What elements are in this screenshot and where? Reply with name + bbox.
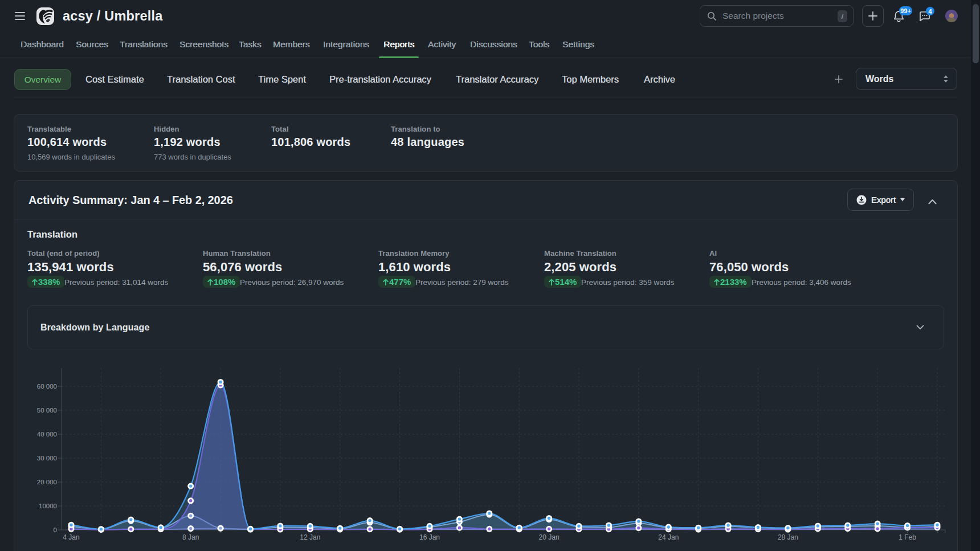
svg-text:60 000: 60 000: [37, 383, 57, 390]
svg-text:1 Feb: 1 Feb: [899, 533, 916, 541]
svg-text:24 Jan: 24 Jan: [658, 533, 679, 541]
svg-text:10000: 10000: [39, 503, 57, 509]
svg-text:50 000: 50 000: [37, 407, 57, 414]
svg-text:40 000: 40 000: [37, 431, 57, 438]
svg-text:12 Jan: 12 Jan: [300, 533, 320, 541]
svg-text:20 Jan: 20 Jan: [539, 533, 560, 541]
svg-text:0: 0: [54, 526, 57, 533]
svg-text:20 000: 20 000: [37, 479, 57, 485]
svg-text:30 000: 30 000: [37, 455, 57, 462]
svg-text:8 Jan: 8 Jan: [182, 533, 199, 541]
svg-text:4 Jan: 4 Jan: [63, 533, 79, 541]
svg-text:28 Jan: 28 Jan: [778, 533, 798, 541]
svg-text:16 Jan: 16 Jan: [419, 533, 440, 541]
